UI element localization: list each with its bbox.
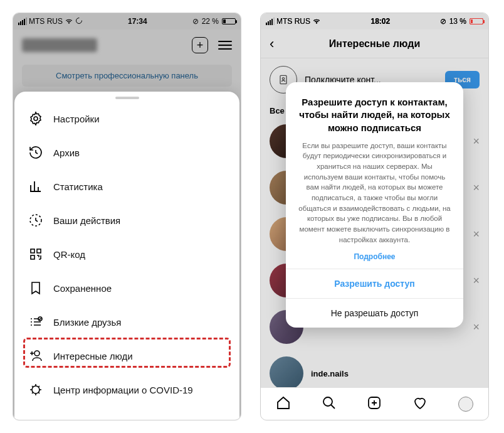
status-bar-overlay: MTS RUS 18:02 ⊘ 13 % <box>261 13 488 29</box>
contacts-permission-modal: Разрешите доступ к контактам, чтобы найт… <box>286 82 463 328</box>
phone-right: MTS RUS 18:02 ⊘ 13 % ‹ Интересные люди П… <box>260 13 489 420</box>
phone-left: MTS RUS 17:34 ⊘ 22 % + Смотреть професси… <box>13 13 241 420</box>
menu-label: Близкие друзья <box>53 317 121 328</box>
qr-icon <box>28 247 43 262</box>
activity-icon <box>28 213 43 228</box>
svg-point-7 <box>34 351 39 356</box>
tab-home[interactable] <box>276 395 291 413</box>
settings-bottom-sheet: Настройки Архив Статистика Ваши действия… <box>14 92 239 420</box>
menu-item-closefriends[interactable]: Близкие друзья <box>14 305 239 339</box>
modal-body: Если вы разрешите доступ, ваши контакты … <box>297 141 452 245</box>
svg-rect-3 <box>31 249 34 253</box>
menu-label: Центр информации о COVID-19 <box>53 385 193 395</box>
svg-rect-5 <box>31 255 34 259</box>
menu-item-activity[interactable]: Ваши действия <box>14 203 239 237</box>
menu-label: Статистика <box>53 181 103 192</box>
bottom-tab-bar <box>261 387 488 420</box>
archive-icon <box>28 145 43 160</box>
svg-point-14 <box>316 22 317 23</box>
menu-item-covid[interactable]: Центр информации о COVID-19 <box>14 373 239 407</box>
svg-point-12 <box>323 397 332 406</box>
menu-item-archive[interactable]: Архив <box>14 136 239 169</box>
chart-icon <box>28 179 43 194</box>
menu-label: Настройки <box>53 114 100 124</box>
menu-item-settings[interactable]: Настройки <box>14 102 239 136</box>
bookmark-icon <box>28 281 43 296</box>
covid-icon <box>28 382 43 397</box>
closefriends-icon <box>28 314 43 329</box>
menu-label: QR-код <box>53 249 85 260</box>
menu-item-qr[interactable]: QR-код <box>14 237 239 271</box>
tab-profile[interactable] <box>458 397 473 412</box>
learn-more-link[interactable]: Подробнее <box>297 252 452 261</box>
menu-label: Интересные люди <box>53 351 133 361</box>
menu-label: Сохраненное <box>53 283 112 294</box>
svg-point-1 <box>34 117 38 120</box>
menu-label: Архив <box>53 147 80 158</box>
sheet-grabber[interactable] <box>115 97 139 99</box>
svg-rect-4 <box>37 249 41 253</box>
menu-item-discover[interactable]: Интересные люди <box>14 339 239 373</box>
tab-search[interactable] <box>322 395 337 413</box>
discover-people-icon <box>28 348 43 363</box>
tab-create[interactable] <box>367 395 382 413</box>
menu-label: Ваши действия <box>53 215 120 226</box>
menu-item-insights[interactable]: Статистика <box>14 169 239 203</box>
tab-activity[interactable] <box>412 395 428 413</box>
allow-access-button[interactable]: Разрешить доступ <box>286 269 463 298</box>
deny-access-button[interactable]: Не разрешать доступ <box>286 298 463 328</box>
modal-title: Разрешите доступ к контактам, чтобы найт… <box>297 96 452 134</box>
menu-item-saved[interactable]: Сохраненное <box>14 271 239 305</box>
gear-icon <box>28 111 43 126</box>
